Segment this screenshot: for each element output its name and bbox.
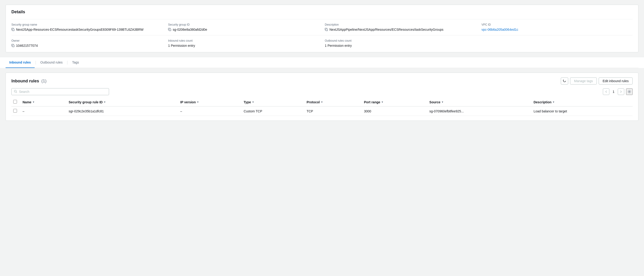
detail-security-group-name: Security group name NextJSApp-Resources-…	[12, 23, 162, 32]
table-col-protocol: Protocol ▼	[304, 98, 361, 106]
detail-vpc-id: VPC ID vpc-06b6a205a0064ed1c	[482, 23, 632, 32]
row-checkbox-cell	[12, 106, 20, 116]
row-checkbox[interactable]	[13, 109, 17, 113]
copy-icon-description[interactable]	[325, 28, 328, 31]
table-col-name: Name ▼	[20, 98, 66, 106]
rules-title: Inbound rules	[12, 79, 39, 83]
tab-inbound-rules[interactable]: Inbound rules	[6, 57, 35, 68]
search-input-wrapper	[12, 88, 109, 95]
row-sg-rule-id: sgr-029c2e35b1a1dfc81	[66, 106, 178, 116]
details-grid-bottom: Owner 104621577074 Inbound rules count 1…	[12, 35, 632, 48]
table-col-type: Type ▼	[241, 98, 304, 106]
copy-icon-sg-name[interactable]	[12, 28, 15, 31]
row-ip-version: –	[178, 106, 241, 116]
pagination-controls: 1	[603, 88, 632, 95]
detail-owner: Owner 104621577074	[12, 39, 162, 48]
copy-icon-sg-id[interactable]	[168, 28, 171, 31]
sort-icon-type: ▼	[252, 101, 254, 103]
tabs-row: Inbound rules Outbound rules Tags	[6, 57, 638, 68]
detail-description: Description NextJSAppPipeline/NextJSApp/…	[325, 23, 476, 32]
refresh-button[interactable]	[561, 78, 568, 85]
row-protocol: TCP	[304, 106, 361, 116]
tabs-container: Inbound rules Outbound rules Tags	[0, 57, 644, 68]
search-icon	[14, 90, 17, 94]
sort-icon-description: ▼	[552, 101, 555, 103]
details-title: Details	[12, 10, 632, 15]
table-body: – sgr-029c2e35b1a1dfc81 – Custom TCP TCP…	[12, 106, 632, 116]
table-settings-button[interactable]	[626, 88, 632, 95]
rules-actions: Manage tags Edit inbound rules	[561, 78, 632, 85]
vpc-id-link[interactable]: vpc-06b6a205a0064ed1c	[482, 28, 518, 32]
table-col-source: Source ▼	[426, 98, 531, 106]
page-container: Details Security group name NextJSApp-Re…	[0, 5, 644, 276]
sort-icon-sg-rule-id: ▼	[104, 101, 106, 103]
inbound-rules-section: Inbound rules (1) Manage tags Edit inbou…	[6, 73, 638, 121]
tab-tags[interactable]: Tags	[68, 57, 83, 68]
table-col-description: Description ▼	[531, 98, 632, 106]
tab-separator-2	[67, 61, 68, 65]
row-name: –	[20, 106, 66, 116]
edit-inbound-rules-button[interactable]: Edit inbound rules	[599, 78, 632, 85]
details-grid-top: Security group name NextJSApp-Resources-…	[12, 19, 632, 32]
table-col-sg-rule-id: Security group rule ID ▼	[66, 98, 178, 106]
pagination-prev-button[interactable]	[603, 88, 609, 95]
search-bar-row: 1	[12, 88, 632, 95]
tab-outbound-rules[interactable]: Outbound rules	[37, 57, 66, 68]
sort-icon-source: ▼	[441, 101, 444, 103]
rules-title-block: Inbound rules (1)	[12, 79, 46, 84]
row-description: Load balancer to target	[531, 106, 632, 116]
table-col-ip-version: IP version ▼	[178, 98, 241, 106]
svg-rect-3	[12, 45, 14, 47]
detail-security-group-id: Security group ID sg-0206e8a380afd2d0e	[168, 23, 319, 32]
svg-rect-1	[169, 29, 171, 31]
table-col-port-range: Port range ▼	[361, 98, 426, 106]
rules-header: Inbound rules (1) Manage tags Edit inbou…	[12, 78, 632, 85]
svg-line-5	[16, 92, 17, 93]
pagination-next-button[interactable]	[618, 88, 624, 95]
table-header: Name ▼ Security group rule ID ▼ IP versi…	[12, 98, 632, 106]
rules-count: (1)	[42, 79, 46, 83]
sort-icon-port-range: ▼	[381, 101, 384, 103]
manage-tags-button[interactable]: Manage tags	[570, 78, 597, 85]
pagination-current-page: 1	[611, 90, 616, 94]
sort-icon-ip-version: ▼	[197, 101, 199, 103]
tab-separator-1	[36, 61, 36, 65]
details-card: Details Security group name NextJSApp-Re…	[6, 5, 638, 52]
svg-point-6	[629, 91, 630, 92]
table-row: – sgr-029c2e35b1a1dfc81 – Custom TCP TCP…	[12, 106, 632, 116]
svg-rect-2	[326, 29, 328, 31]
refresh-icon	[563, 79, 566, 83]
inbound-rules-table: Name ▼ Security group rule ID ▼ IP versi…	[12, 98, 632, 116]
row-type: Custom TCP	[241, 106, 304, 116]
table-header-checkbox	[12, 98, 20, 106]
search-input[interactable]	[17, 88, 106, 95]
row-source: sg-070960efb8fee925...	[426, 106, 531, 116]
row-port-range: 3000	[361, 106, 426, 116]
detail-placeholder	[482, 39, 632, 48]
svg-rect-0	[12, 29, 14, 31]
sort-icon-protocol: ▼	[320, 101, 323, 103]
sort-icon-name: ▼	[32, 101, 35, 103]
select-all-checkbox[interactable]	[13, 100, 17, 104]
copy-icon-owner[interactable]	[12, 44, 15, 47]
detail-inbound-rules-count: Inbound rules count 1 Permission entry	[168, 39, 319, 48]
detail-outbound-rules-count: Outbound rules count 1 Permission entry	[325, 39, 476, 48]
